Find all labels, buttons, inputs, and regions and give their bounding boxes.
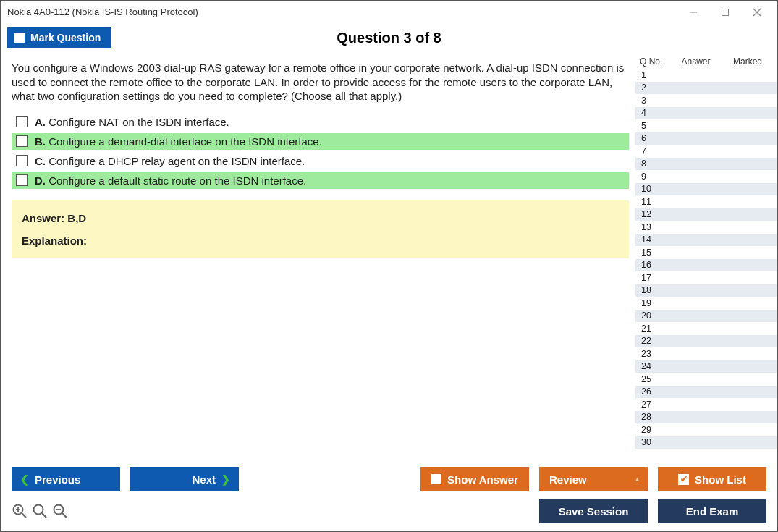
question-list-row[interactable]: 23 (635, 347, 777, 360)
answer-line: Answer: B,D (22, 212, 619, 224)
mark-checkbox-icon (14, 33, 25, 43)
zoom-out-icon[interactable] (52, 503, 68, 519)
mark-question-button[interactable]: Mark Question (7, 27, 111, 48)
option-checkbox[interactable] (16, 135, 28, 147)
question-number: 3 (641, 96, 661, 106)
end-exam-button[interactable]: End Exam (658, 499, 766, 523)
show-list-checkbox-icon: ✔ (678, 474, 689, 485)
question-number: 10 (641, 184, 661, 194)
question-number: 18 (641, 285, 661, 295)
question-number: 13 (641, 222, 661, 232)
question-list-panel: Q No. Answer Marked 12345678910111213141… (635, 52, 777, 460)
options-list: A. Configure NAT on the ISDN interface.B… (12, 114, 629, 189)
question-list-row[interactable]: 29 (635, 423, 777, 436)
save-session-button[interactable]: Save Session (539, 499, 648, 523)
question-number: 20 (641, 311, 661, 321)
save-session-label: Save Session (559, 505, 629, 518)
end-exam-label: End Exam (686, 505, 739, 518)
question-list-row[interactable]: 9 (635, 170, 777, 183)
close-icon[interactable] (748, 8, 766, 17)
question-number: 14 (641, 235, 661, 245)
question-header: Question 3 of 8 (1, 30, 777, 46)
question-number: 5 (641, 121, 661, 131)
next-button[interactable]: Next ❯ (130, 467, 239, 491)
svg-rect-1 (722, 9, 729, 15)
question-list-row[interactable]: 2 (635, 82, 777, 95)
question-list-row[interactable]: 28 (635, 411, 777, 424)
option-checkbox[interactable] (16, 116, 28, 127)
question-number: 7 (641, 146, 661, 156)
question-list-row[interactable]: 18 (635, 284, 777, 297)
option-row[interactable]: D. Configure a default static route on t… (12, 172, 629, 189)
svg-point-8 (34, 505, 43, 515)
question-number: 6 (641, 133, 661, 143)
option-label: C. Configure a DHCP relay agent on the I… (35, 155, 305, 167)
question-list-row[interactable]: 14 (635, 234, 777, 247)
question-list-row[interactable]: 15 (635, 246, 777, 259)
previous-label: Previous (35, 473, 80, 486)
question-number: 28 (641, 412, 661, 422)
question-list-row[interactable]: 17 (635, 271, 777, 284)
question-number: 12 (641, 209, 661, 219)
question-list-row[interactable]: 1 (635, 69, 777, 82)
maximize-icon[interactable] (716, 8, 735, 17)
question-list-row[interactable]: 30 (635, 436, 777, 449)
question-number: 26 (641, 387, 661, 397)
zoom-reset-icon[interactable] (32, 503, 48, 519)
question-number: 15 (641, 248, 661, 258)
option-row[interactable]: C. Configure a DHCP relay agent on the I… (12, 153, 629, 169)
question-list-row[interactable]: 25 (635, 373, 777, 386)
show-answer-button[interactable]: Show Answer (420, 467, 529, 491)
zoom-in-icon[interactable] (12, 503, 28, 519)
option-checkbox[interactable] (16, 155, 28, 166)
question-list-body[interactable]: 1234567891011121314151617181920212223242… (635, 69, 777, 460)
question-list-row[interactable]: 6 (635, 132, 777, 145)
option-checkbox[interactable] (16, 174, 28, 186)
footer-row-1: ❮ Previous Next ❯ Show Answer Review ▲ ✔… (12, 467, 766, 491)
question-list-row[interactable]: 5 (635, 119, 777, 132)
question-list-row[interactable]: 22 (635, 335, 777, 348)
question-list-row[interactable]: 12 (635, 208, 777, 221)
question-panel: You configure a Windows 2003 dial-up RAS… (1, 52, 635, 460)
question-list-row[interactable]: 11 (635, 195, 777, 208)
main-area: You configure a Windows 2003 dial-up RAS… (1, 52, 777, 460)
option-row[interactable]: A. Configure NAT on the ISDN interface. (12, 114, 629, 130)
question-list-row[interactable]: 21 (635, 322, 777, 335)
question-list-row[interactable]: 24 (635, 360, 777, 373)
minimize-icon[interactable] (684, 8, 703, 17)
question-number: 21 (641, 324, 661, 334)
question-list-row[interactable]: 7 (635, 145, 777, 158)
question-list-row[interactable]: 26 (635, 386, 777, 399)
question-number: 4 (641, 108, 661, 118)
question-number: 8 (641, 159, 661, 169)
question-number: 11 (641, 197, 661, 207)
question-list-row[interactable]: 10 (635, 183, 777, 196)
svg-line-11 (62, 513, 67, 518)
previous-button[interactable]: ❮ Previous (12, 467, 120, 491)
question-list-row[interactable]: 19 (635, 297, 777, 310)
next-label: Next (192, 473, 216, 486)
question-list-row[interactable]: 8 (635, 158, 777, 171)
question-number: 25 (641, 374, 661, 384)
question-number: 30 (641, 437, 661, 447)
col-qno: Q No. (640, 56, 669, 67)
question-list-row[interactable]: 3 (635, 94, 777, 107)
review-label: Review (549, 473, 587, 486)
titlebar: Nokia 4A0-112 (Nokia IS-IS Routing Proto… (1, 1, 777, 23)
svg-line-5 (22, 513, 26, 518)
svg-line-9 (42, 513, 46, 518)
option-row[interactable]: B. Configure a demand-dial interface on … (12, 133, 629, 150)
review-button[interactable]: Review ▲ (539, 467, 648, 491)
show-list-button[interactable]: ✔ Show List (658, 467, 766, 491)
question-list-row[interactable]: 4 (635, 107, 777, 120)
col-answer: Answer (669, 56, 723, 67)
question-list-row[interactable]: 20 (635, 310, 777, 323)
question-list-row[interactable]: 16 (635, 259, 777, 272)
show-answer-checkbox-icon (431, 474, 441, 484)
question-list-row[interactable]: 13 (635, 221, 777, 234)
mark-question-label: Mark Question (30, 32, 101, 43)
question-list-row[interactable]: 27 (635, 398, 777, 411)
zoom-controls (12, 503, 68, 519)
question-number: 16 (641, 260, 661, 270)
question-list-header: Q No. Answer Marked (635, 55, 777, 69)
